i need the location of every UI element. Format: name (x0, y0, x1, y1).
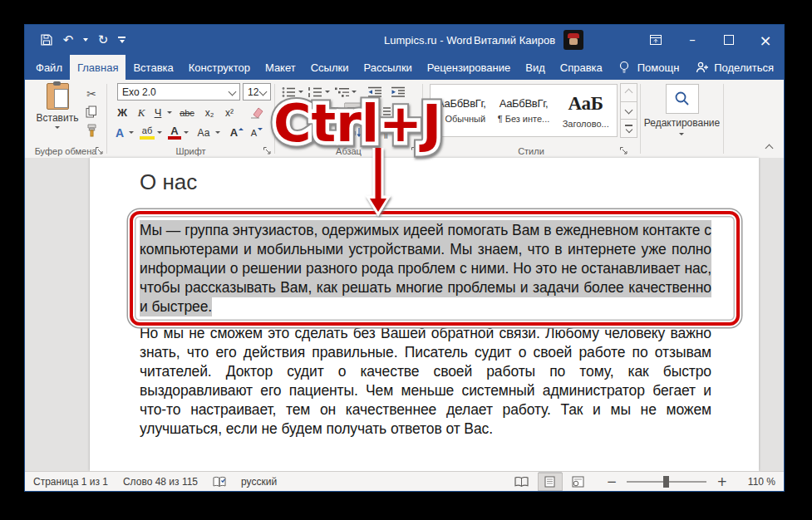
tab-design[interactable]: Конструктор (181, 55, 258, 80)
increase-indent-icon[interactable] (388, 83, 408, 101)
pilcrow-button[interactable]: ¶ (376, 124, 393, 141)
styles-more-icon[interactable] (620, 119, 637, 138)
find-button[interactable] (666, 84, 699, 114)
change-case-dropdown-icon[interactable] (214, 124, 221, 141)
tab-layout[interactable]: Макет (258, 55, 303, 80)
clear-formatting-icon[interactable] (247, 104, 268, 121)
word-count[interactable]: Слово 48 из 115 (123, 476, 198, 488)
ribbon-display-options-button[interactable] (637, 25, 674, 55)
align-left-button[interactable] (280, 104, 298, 121)
editing-label[interactable]: Редактирование (641, 117, 723, 129)
redo-button[interactable]: ↻ (96, 32, 110, 48)
font-color-dropdown-icon[interactable] (182, 124, 189, 141)
bullets-icon[interactable] (280, 83, 297, 101)
avatar[interactable] (563, 30, 583, 50)
tab-references[interactable]: Ссылки (303, 55, 357, 80)
tab-review[interactable]: Рецензирование (420, 55, 518, 80)
minimize-button[interactable]: – (674, 25, 711, 55)
zoom-in-button[interactable]: + (716, 474, 727, 489)
styles-dialog-launcher[interactable] (619, 146, 628, 155)
line-spacing-icon[interactable] (373, 104, 393, 121)
sort-icon[interactable]: Ая (345, 124, 365, 141)
document-heading[interactable]: О нас (140, 169, 197, 195)
multilevel-list-icon[interactable] (333, 83, 350, 101)
save-icon[interactable] (40, 32, 53, 48)
decrease-indent-icon[interactable] (365, 83, 385, 101)
shading-icon[interactable] (313, 124, 332, 141)
tab-assistant[interactable]: Помощн (630, 55, 687, 80)
paste-button[interactable]: Вставить (33, 83, 81, 138)
align-right-button[interactable] (323, 104, 342, 121)
cut-button[interactable]: ✂ (81, 85, 101, 102)
share-button[interactable]: Поделиться (696, 55, 774, 80)
format-painter-icon[interactable] (81, 121, 101, 139)
proofing-icon[interactable] (213, 476, 226, 488)
clipboard-icon (47, 83, 69, 110)
line-spacing-dropdown-icon[interactable] (393, 104, 401, 121)
text-effects-button[interactable]: А (112, 124, 127, 141)
grow-font-button[interactable]: А (229, 124, 245, 141)
zoom-slider[interactable] (627, 481, 706, 483)
highlight-button[interactable]: аб (139, 124, 155, 141)
read-mode-button[interactable] (510, 473, 534, 490)
strikethrough-button[interactable]: abc (175, 104, 199, 121)
style-normal[interactable]: АаБбВвГг, ¶ Обычный (431, 85, 493, 136)
editing-group: Редактирование (641, 80, 723, 158)
collapse-ribbon-icon[interactable] (765, 145, 774, 153)
font-dialog-launcher[interactable] (263, 146, 272, 155)
search-icon (674, 91, 691, 107)
customize-qat-button[interactable] (118, 37, 125, 43)
page-indicator[interactable]: Страница 1 из 1 (33, 476, 108, 488)
selected-paragraph[interactable]: Мы — группа энтузиастов, одержимых идеей… (140, 221, 711, 316)
copy-button[interactable] (81, 103, 101, 120)
font-name-combo[interactable]: Exo 2.0 (117, 83, 240, 101)
font-size-combo[interactable]: 12 (243, 83, 271, 101)
styles-scroll-down-icon[interactable] (620, 101, 637, 120)
multilevel-dropdown-icon[interactable] (350, 83, 357, 101)
close-button[interactable]: × (747, 25, 784, 55)
undo-button[interactable]: ↶ (62, 32, 75, 48)
print-layout-button[interactable] (539, 473, 562, 490)
subscript-button[interactable]: x₂ (200, 104, 219, 121)
paragraph-dialog-launcher[interactable] (411, 146, 420, 155)
align-center-button[interactable] (302, 104, 320, 121)
tab-home[interactable]: Главная (70, 55, 125, 80)
tab-file[interactable]: Файл (28, 55, 70, 80)
language-indicator[interactable]: русский (241, 476, 277, 488)
change-case-button[interactable]: Аа (194, 124, 214, 141)
zoom-out-button[interactable]: − (607, 474, 618, 489)
style-heading[interactable]: АаБ Заголово... (554, 85, 617, 136)
numbering-icon[interactable] (307, 83, 323, 101)
zoom-slider-thumb[interactable] (663, 476, 669, 488)
style-no-spacing[interactable]: АаБбВвГг, ¶ Без инте... (493, 85, 555, 136)
tab-mailings[interactable]: Рассылки (356, 55, 419, 80)
clipboard-dialog-launcher[interactable] (95, 146, 104, 155)
document-page[interactable]: О нас Мы — группа энтузиастов, одержимых… (90, 158, 759, 471)
tab-view[interactable]: Вид (518, 55, 553, 80)
highlight-dropdown-icon[interactable] (155, 124, 163, 141)
styles-scroll-up-icon[interactable] (620, 83, 637, 102)
maximize-button[interactable] (711, 25, 747, 55)
justify-button[interactable] (345, 104, 363, 121)
style-preview: АаБбВвГг, (437, 97, 486, 110)
numbering-dropdown-icon[interactable] (323, 83, 331, 101)
font-color-button[interactable]: А (167, 124, 182, 141)
superscript-button[interactable]: x² (220, 104, 239, 121)
editing-dropdown-icon[interactable] (679, 133, 684, 135)
web-layout-button[interactable] (567, 473, 590, 490)
tell-me-lightbulb-icon[interactable] (618, 55, 630, 80)
zoom-level[interactable]: 110 % (741, 476, 775, 488)
tab-insert[interactable]: Вставка (125, 55, 180, 80)
shrink-font-button[interactable]: А (249, 124, 265, 141)
text-effects-dropdown-icon[interactable] (127, 124, 135, 141)
user-name[interactable]: Виталий Каиров (474, 34, 555, 47)
word-window: ↶ ↻ Lumpics.ru - Word Виталий Каиров – ×… (25, 25, 784, 491)
underline-dropdown-icon[interactable] (165, 104, 174, 121)
tab-help[interactable]: Справка (553, 55, 610, 80)
second-paragraph[interactable]: Но мы не сможем это сделать без Вашей об… (140, 324, 711, 439)
underline-button[interactable]: Ч (150, 104, 165, 121)
bullets-dropdown-icon[interactable] (297, 83, 304, 101)
undo-dropdown-icon[interactable] (83, 38, 88, 42)
italic-button[interactable]: К (134, 104, 149, 121)
bold-button[interactable]: Ж (114, 104, 130, 121)
